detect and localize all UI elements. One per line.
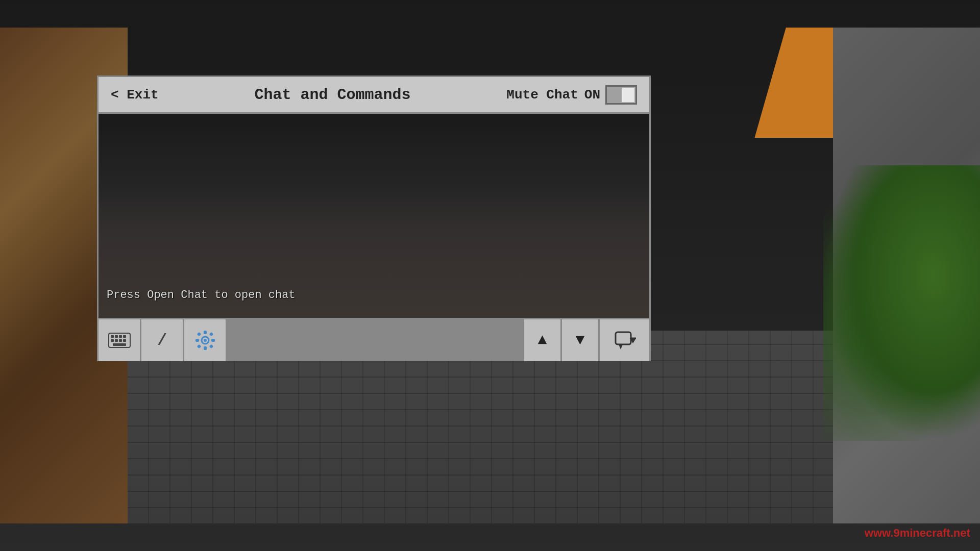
keyboard-icon xyxy=(108,333,131,348)
chat-input[interactable] xyxy=(227,319,523,360)
scroll-down-button[interactable]: ▼ xyxy=(560,319,598,361)
svg-rect-15 xyxy=(211,339,215,342)
svg-rect-16 xyxy=(197,332,201,336)
chat-area: Press Open Chat to open chat xyxy=(99,114,649,318)
svg-rect-9 xyxy=(113,343,126,346)
mute-state: ON xyxy=(584,87,600,103)
svg-rect-4 xyxy=(123,335,126,338)
svg-point-11 xyxy=(204,339,207,342)
exit-button[interactable]: < Exit xyxy=(111,87,159,103)
svg-rect-3 xyxy=(119,335,122,338)
exit-label: < Exit xyxy=(111,87,159,103)
svg-rect-17 xyxy=(209,332,213,336)
scroll-down-icon: ▼ xyxy=(575,332,584,349)
mute-toggle[interactable] xyxy=(605,85,637,105)
svg-rect-14 xyxy=(195,339,199,342)
svg-rect-18 xyxy=(197,344,201,348)
foliage xyxy=(823,165,980,441)
slash-button[interactable]: / xyxy=(141,319,184,361)
toggle-handle xyxy=(621,87,635,103)
chat-panel: < Exit Chat and Commands Mute Chat ON Pr… xyxy=(97,76,651,361)
svg-rect-5 xyxy=(111,339,114,342)
scroll-up-button[interactable]: ▲ xyxy=(523,319,560,361)
toolbar: / ▲ ▼ xyxy=(99,318,649,360)
slash-icon: / xyxy=(157,331,167,350)
svg-rect-13 xyxy=(204,346,207,350)
svg-marker-21 xyxy=(619,344,623,349)
chat-scene-background xyxy=(99,114,649,318)
svg-rect-12 xyxy=(204,331,207,334)
chat-hint: Press Open Chat to open chat xyxy=(107,289,296,302)
panel-title: Chat and Commands xyxy=(159,86,507,104)
svg-rect-7 xyxy=(119,339,122,342)
svg-rect-6 xyxy=(115,339,118,342)
svg-rect-2 xyxy=(115,335,118,338)
send-button[interactable] xyxy=(598,319,649,361)
svg-rect-20 xyxy=(616,332,631,344)
panel-header: < Exit Chat and Commands Mute Chat ON xyxy=(99,77,649,114)
svg-rect-19 xyxy=(209,344,213,348)
keyboard-button[interactable] xyxy=(99,319,141,361)
svg-rect-8 xyxy=(123,339,126,342)
scroll-up-icon: ▲ xyxy=(537,332,547,349)
watermark: www.9minecraft.net xyxy=(865,527,970,540)
svg-rect-1 xyxy=(111,335,114,338)
send-chat-icon xyxy=(614,329,636,352)
gear-icon xyxy=(195,330,215,350)
settings-button[interactable] xyxy=(184,319,227,361)
mute-chat-label: Mute Chat xyxy=(506,87,578,103)
